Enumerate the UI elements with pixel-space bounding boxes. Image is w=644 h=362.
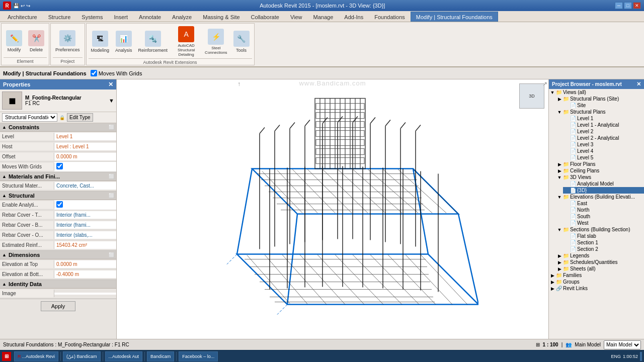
tree-groups[interactable]: ▶ 📁 Groups	[549, 279, 644, 285]
edit-type-button[interactable]: Edit Type	[67, 113, 93, 122]
start-icon[interactable]: ⊞	[2, 352, 11, 361]
moves-with-grids-checkbox[interactable]	[91, 70, 97, 76]
svg-line-72	[400, 123, 406, 129]
tree-west[interactable]: 📄 West	[563, 220, 644, 226]
tab-analyze[interactable]: Analyze	[167, 12, 197, 22]
tree-section1[interactable]: 📄 Section 1	[563, 239, 644, 246]
tab-manage[interactable]: Manage	[308, 12, 339, 22]
tree-ceiling-plans[interactable]: ▶ 📁 Ceiling Plans	[556, 167, 644, 174]
tab-structure[interactable]: Structure	[43, 12, 76, 22]
tree-east[interactable]: 📄 East	[563, 200, 644, 207]
tab-architecture[interactable]: Architecture	[2, 12, 43, 22]
enable-analytical-row: Enable Analyti...	[0, 200, 116, 210]
rebar-top-value[interactable]: Interior (frami...	[54, 211, 116, 219]
tree-flat-slab[interactable]: 📄 Flat slab	[563, 233, 644, 239]
tree-structural-plans-site[interactable]: ▶ 📁 Structural Plans (Site)	[556, 96, 644, 102]
tab-modify-structural[interactable]: Modify | Structural Foundations	[411, 12, 498, 22]
tab-foundations[interactable]: Foundations	[369, 12, 411, 22]
properties-close-button[interactable]: ✕	[108, 81, 113, 88]
tree-revit-links[interactable]: ▶ 🔗 Revit Links	[549, 285, 644, 292]
tools-button[interactable]: 🔧 Tools	[231, 29, 252, 54]
apply-button[interactable]: Apply	[41, 301, 76, 311]
elevation-top-value[interactable]: 0.0000 m	[54, 260, 116, 268]
maximize-button[interactable]: □	[624, 2, 632, 9]
elevation-bottom-value[interactable]: -0.4000 m	[54, 270, 116, 278]
tab-systems[interactable]: Systems	[76, 12, 108, 22]
tree-north[interactable]: 📄 North	[563, 207, 644, 213]
tree-schedules[interactable]: ▶ 📁 Schedules/Quantities	[556, 259, 644, 265]
ribbon-tabs: Architecture Structure Systems Insert An…	[0, 11, 644, 22]
structural-arrow: ▲	[2, 193, 7, 198]
structural-section-header[interactable]: ▲ Structural ⬜	[0, 192, 116, 200]
tree-sheets[interactable]: ▶ 📁 Sheets (all)	[556, 265, 644, 272]
taskbar-facebook[interactable]: Facebook – lo...	[179, 351, 218, 361]
taskbar-autocad[interactable]: ...Autodesk Aut	[105, 351, 143, 361]
tree-level2-analytical[interactable]: 📄 Level 2 - Analytical	[563, 135, 644, 141]
project-browser-close[interactable]: ✕	[636, 81, 641, 87]
enable-analytical-checkbox[interactable]	[56, 201, 63, 208]
tree-3d-views[interactable]: ▼ 📁 3D Views	[556, 174, 644, 180]
reinforcement-label: Reinforcement	[138, 48, 168, 53]
taskbar-revit[interactable]: R ...Autodesk Revi	[14, 351, 58, 361]
close-button[interactable]: ✕	[633, 2, 641, 9]
tree-elevations[interactable]: ▼ 📁 Elevations (Building Elevati...	[556, 194, 644, 200]
show-desktop[interactable]	[640, 352, 642, 361]
tree-level3[interactable]: 📄 Level 3	[563, 141, 644, 148]
tree-level2[interactable]: 📄 Level 2	[563, 128, 644, 135]
taskbar-bandicam1[interactable]: (عنّ) Bandicam	[63, 351, 101, 361]
rebar-bottom-value[interactable]: Interior (frami...	[54, 221, 116, 229]
tree-section2[interactable]: 📄 Section 2	[563, 246, 644, 252]
tree-structural-plans[interactable]: ▼ 📁 Structural Plans	[556, 109, 644, 115]
materials-section-header[interactable]: ▲ Materials and Fini... ⬜	[0, 172, 116, 181]
offset-value[interactable]: 0.0000 m	[54, 153, 116, 160]
workset-select[interactable]: Main Model	[604, 340, 641, 349]
tree-sections[interactable]: ▼ 📁 Sections (Building Section)	[556, 226, 644, 233]
taskbar-bandicam2[interactable]: Bandicam	[147, 351, 174, 361]
tree-legends[interactable]: ▶ 📁 Legends	[556, 252, 644, 259]
tab-insert[interactable]: Insert	[109, 12, 134, 22]
viewport[interactable]: www.Bandicam.com	[117, 79, 548, 339]
svg-line-21	[383, 169, 432, 213]
dimensions-section-header[interactable]: ▲ Dimensions ⬜	[0, 251, 116, 259]
tree-level4[interactable]: 📄 Level 4	[563, 148, 644, 154]
tree-level1-analytical[interactable]: 📄 Level 1 - Analytical	[563, 122, 644, 128]
steel-connections-button[interactable]: ⚡ SteelConnections	[202, 27, 229, 56]
structural-foundations-select[interactable]: Structural Foundations	[2, 113, 57, 122]
reinforcement-button[interactable]: 🔩 Reinforcement	[136, 29, 171, 54]
tree-analytical-model[interactable]: 📄 Analytical Model	[563, 180, 644, 187]
taskbar-sep-3	[144, 352, 145, 361]
rebar-other-value[interactable]: Interior (slabs,...	[54, 231, 116, 239]
modeling-button[interactable]: 🏗 Modeling	[89, 29, 112, 54]
steel-connections-icon: ⚡	[208, 29, 224, 45]
tree-level1[interactable]: 📄 Level 1	[563, 115, 644, 122]
revit-icon: R	[18, 354, 21, 359]
type-name: M_Footing-Rectangular	[25, 95, 108, 101]
tab-view[interactable]: View	[285, 12, 308, 22]
autocad-button[interactable]: A AutoCADStructuralDetailing	[171, 25, 201, 58]
modify-button[interactable]: ✏️ Modify	[4, 29, 25, 54]
tree-floor-plans[interactable]: ▶ 📁 Floor Plans	[556, 161, 644, 167]
identity-section-header[interactable]: ▲ Identity Data	[0, 280, 116, 289]
rebar-top-label: Rebar Cover - T...	[0, 211, 54, 219]
constraints-section-header[interactable]: ▲ Constraints ⬜	[0, 123, 116, 132]
tab-annotate[interactable]: Annotate	[133, 12, 167, 22]
preferences-button[interactable]: ⚙️ Preferences	[53, 29, 83, 54]
tree-site[interactable]: 📄 Site	[563, 102, 644, 109]
delete-button[interactable]: ✂️ Delete	[26, 29, 47, 54]
host-value[interactable]: Level : Level 1	[54, 143, 116, 150]
view-cube[interactable]: 3D	[519, 83, 544, 109]
tree-level5[interactable]: 📄 Level 5	[563, 154, 644, 161]
tab-addins[interactable]: Add-Ins	[339, 12, 369, 22]
minimize-button[interactable]: ─	[615, 2, 623, 9]
analysis-button[interactable]: 📊 Analysis	[113, 29, 135, 54]
tree-views-all[interactable]: ▼ 📁 Views (all)	[549, 89, 644, 96]
tab-massing[interactable]: Massing & Site	[197, 12, 245, 22]
tab-collaborate[interactable]: Collaborate	[246, 12, 285, 22]
level-value[interactable]: Level 1	[54, 133, 116, 140]
tree-3d[interactable]: 📄 {3D}	[563, 187, 644, 194]
site-label: Site	[577, 103, 586, 108]
structural-material-value[interactable]: Concrete, Cast...	[54, 182, 116, 190]
tree-south[interactable]: 📄 South	[563, 213, 644, 220]
tree-families[interactable]: ▶ 📁 Families	[549, 272, 644, 279]
moves-grids-prop-checkbox[interactable]	[56, 163, 63, 169]
